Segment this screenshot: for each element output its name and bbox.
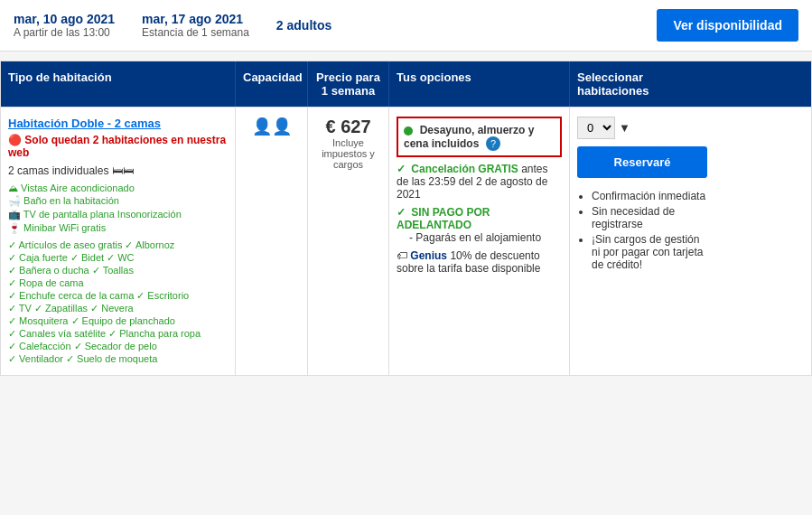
room-beds: 2 camas individuales 🛏🛏 [8, 164, 228, 177]
amenity-2: 🛁 Baño en la habitación [8, 195, 228, 207]
col-header-price: Precio para 1 semana [308, 61, 389, 107]
genius-label: Genius [410, 249, 447, 262]
amenity-4: 🍷 Minibar WiFi gratis [8, 222, 228, 234]
mountain-icon: ⛰ [8, 183, 18, 193]
rooms-table: Tipo de habitación Capacidad Precio para… [0, 61, 812, 376]
amenity-1: ⛰ Vistas Aire acondicionado [8, 183, 228, 193]
feature-8: ✓ Canales vía satélite ✓ Plancha para ro… [8, 328, 228, 340]
person-icons: 👤👤 [252, 117, 292, 136]
benefits-list: Confirmación inmediata Sin necesidad de … [577, 190, 707, 271]
table-row: Habitación Doble - 2 camas 🔴 Solo quedan… [1, 107, 811, 375]
room-info: Habitación Doble - 2 camas 🔴 Solo quedan… [1, 108, 236, 375]
alert-icon: 🔴 [8, 134, 22, 146]
benefit-3: ¡Sin cargos de gestión ni por pagar con … [592, 233, 707, 271]
price-note: Incluye impuestos y cargos [315, 137, 381, 170]
amenity-3: 📺 TV de pantalla plana Insonorización [8, 209, 228, 220]
check-icon-prepay: ✓ [397, 206, 406, 219]
checkout-sub: Estancia de 1 semana [142, 26, 249, 39]
benefit-2: Sin necesidad de registrarse [592, 205, 707, 230]
feature-9: ✓ Calefacción ✓ Secador de pelo [8, 341, 228, 352]
genius-tag-icon: 🏷 [397, 249, 407, 262]
price-amount: € 627 [315, 117, 381, 137]
quantity-selector: 0 1 2 3 ▼ [577, 117, 707, 139]
col-header-options: Tus opciones [389, 61, 570, 107]
room-amenities: ⛰ Vistas Aire acondicionado 🛁 Baño en la… [8, 183, 228, 234]
check-icon-cancel: ✓ [397, 163, 406, 175]
feature-1: ✓ Artículos de aseo gratis ✓ Albornoz [8, 239, 228, 251]
view-availability-button[interactable]: Ver disponibilidad [657, 9, 798, 42]
col-header-select: Seleccionar habitaciones [570, 61, 714, 107]
feature-6: ✓ TV ✓ Zapatillas ✓ Nevera [8, 303, 228, 314]
room-features-list: ✓ Artículos de aseo gratis ✓ Albornoz ✓ … [8, 239, 228, 365]
tv-icon: 📺 [8, 209, 21, 220]
feature-4: ✓ Ropa de cama [8, 277, 228, 289]
no-prepay-option: ✓ SIN PAGO POR ADELANTADO - Pagarás en e… [397, 206, 562, 244]
minibar-icon: 🍷 [8, 222, 21, 233]
room-name[interactable]: Habitación Doble - 2 camas [8, 117, 228, 130]
col-header-room-type: Tipo de habitación [1, 61, 236, 107]
checkout-date: mar, 17 ago 2021 [142, 12, 249, 26]
checkout-info: mar, 17 ago 2021 Estancia de 1 semana [142, 12, 249, 39]
bath-icon: 🛁 [8, 195, 21, 206]
meal-option-text: Desayuno, almuerzo y cena incluidos [404, 124, 534, 150]
col-header-capacity: Capacidad [236, 61, 308, 107]
feature-2: ✓ Caja fuerte ✓ Bidet ✓ WC [8, 252, 228, 264]
quantity-dropdown[interactable]: 0 1 2 3 [577, 117, 615, 139]
checkin-date: mar, 10 ago 2021 [14, 12, 115, 26]
price-cell: € 627 Incluye impuestos y cargos [308, 108, 389, 375]
capacity-cell: 👤👤 [236, 108, 308, 375]
meal-option-box: Desayuno, almuerzo y cena incluidos ? [397, 117, 562, 157]
genius-option: 🏷 Genius 10% de descuento sobre la tarif… [397, 249, 562, 275]
green-dot-icon [404, 126, 413, 136]
cancellation-option: ✓ Cancelación GRATIS antes de las 23:59 … [397, 163, 562, 201]
feature-3: ✓ Bañera o ducha ✓ Toallas [8, 265, 228, 276]
dropdown-arrow-icon: ▼ [619, 121, 630, 135]
select-cell: 0 1 2 3 ▼ Reservaré Confirmación inmedia… [570, 108, 714, 375]
bed-icons: 🛏🛏 [112, 164, 134, 177]
table-header: Tipo de habitación Capacidad Precio para… [1, 61, 811, 107]
checkin-info: mar, 10 ago 2021 A partir de las 13:00 [14, 12, 115, 39]
room-alert: 🔴 Solo quedan 2 habitaciones en nuestra … [8, 134, 228, 159]
no-prepay-label: SIN PAGO POR ADELANTADO [397, 206, 490, 231]
feature-7: ✓ Mosquitera ✓ Equipo de planchado [8, 315, 228, 327]
checkin-sub: A partir de las 13:00 [14, 26, 115, 39]
help-icon[interactable]: ? [486, 136, 500, 151]
guests-info: 2 adultos [276, 18, 331, 33]
benefit-1: Confirmación inmediata [592, 190, 707, 202]
reserve-button[interactable]: Reservaré [577, 146, 707, 178]
feature-5: ✓ Enchufe cerca de la cama ✓ Escritorio [8, 290, 228, 302]
options-cell: Desayuno, almuerzo y cena incluidos ? ✓ … [389, 108, 570, 375]
no-prepay-note: - Pagarás en el alojamiento [409, 231, 562, 244]
top-bar: mar, 10 ago 2021 A partir de las 13:00 m… [0, 0, 812, 52]
feature-10: ✓ Ventilador ✓ Suelo de moqueta [8, 353, 228, 365]
